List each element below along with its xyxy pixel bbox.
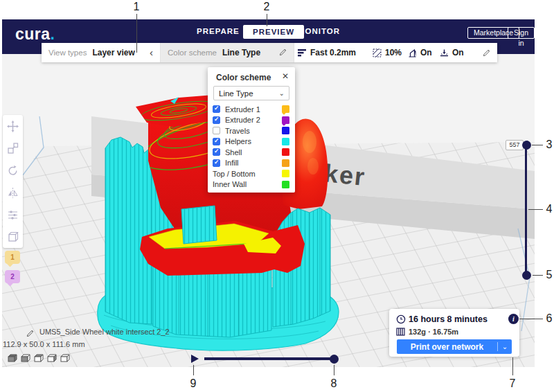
legend-row-inner-wall: Inner Wall (208, 179, 295, 190)
move-icon (7, 121, 19, 132)
profile-setting[interactable]: Fast 0.2mm (298, 43, 356, 62)
camera-view-buttons (7, 353, 71, 363)
dome-highlight (307, 158, 319, 175)
support-blocker-icon (7, 231, 19, 243)
legend-row-helpers: ✓ Helpers (208, 136, 295, 148)
color-swatch (282, 170, 289, 177)
view-types-selector[interactable]: View types Layer view ‹ (42, 43, 161, 62)
checkbox[interactable]: ✓ (213, 138, 220, 145)
left-tool-panel (3, 115, 23, 248)
color-scheme-popup: Color scheme ✕ Line Type ⌄ ✓ Extruder 1 … (208, 67, 295, 193)
layer-number-box[interactable]: 557 (506, 140, 524, 150)
mirror-icon (7, 187, 19, 199)
left-view-button[interactable] (46, 353, 57, 363)
support-value: On (420, 48, 432, 57)
layer-slider-bottom-handle[interactable] (522, 271, 531, 280)
model-name: UMS5_Side Wheel white intersect 2_2 (39, 328, 170, 336)
dome-highlight (303, 131, 316, 153)
mirror-tool-button[interactable] (3, 181, 23, 204)
tab-prepare[interactable]: PREPARE (197, 27, 240, 35)
layer-slider-top-handle[interactable] (522, 141, 531, 150)
callout-number-8: 8 (329, 377, 339, 390)
logo-text: cura (15, 25, 51, 43)
callout-number-1: 1 (132, 1, 141, 13)
right-view-button[interactable] (60, 353, 71, 363)
support-setting[interactable]: On (408, 43, 432, 62)
callout-line-2 (267, 14, 267, 26)
callout-line-7 (512, 357, 513, 375)
color-swatch (282, 105, 289, 113)
sign-in-button[interactable]: Sign in (508, 27, 535, 39)
view-types-value: Layer view (92, 48, 134, 57)
infill-setting[interactable]: 10% (373, 43, 402, 62)
simulation-play-button[interactable] (191, 355, 199, 363)
checkbox[interactable]: ✓ (213, 148, 220, 156)
extruder-1-badge[interactable]: 1 (5, 251, 20, 264)
row-label: Extruder 2 (225, 116, 260, 124)
dropdown-value: Line Type (219, 89, 253, 98)
view-types-label: View types (48, 48, 87, 57)
material-usage-estimate: 132g · 16.75m (409, 328, 458, 336)
legend-row-travels: ✓ Travels (208, 125, 295, 136)
scale-icon (7, 143, 19, 154)
collapse-chevron-icon[interactable]: ‹ (150, 44, 153, 62)
rotate-tool-button[interactable] (3, 159, 23, 181)
callout-line-9 (193, 365, 194, 375)
print-job-panel: 16 hours 8 minutes 132g · 16.75m i Print… (389, 309, 519, 357)
legend-row-top-bottom: Top / Bottom (208, 168, 295, 179)
legend-row-extruder-2: ✓ Extruder 2 (208, 115, 295, 126)
simulation-slider-handle[interactable] (330, 355, 339, 364)
cura-logo: cura. (15, 25, 55, 44)
print-over-network-button[interactable]: Print over network ⌄ (397, 339, 512, 354)
callout-line-3 (532, 145, 543, 145)
adhesion-setting[interactable]: On (440, 43, 464, 62)
legend-row-infill: ✓ Infill (208, 158, 295, 169)
close-icon[interactable]: ✕ (282, 71, 289, 81)
support-center-box (181, 206, 217, 244)
callout-number-9: 9 (188, 377, 198, 390)
logo-dot: . (51, 25, 55, 43)
checkbox[interactable]: ✓ (213, 159, 220, 167)
info-icon[interactable]: i (508, 314, 519, 324)
callout-line-4 (528, 209, 543, 210)
callout-number-3: 3 (544, 139, 554, 151)
color-swatch (282, 159, 289, 167)
support-icon (408, 48, 417, 57)
color-swatch (282, 138, 289, 145)
print-settings-summary[interactable]: Fast 0.2mm 10% On (294, 43, 497, 62)
layer-slider-track[interactable] (525, 145, 527, 276)
color-swatch (282, 148, 289, 156)
move-tool-button[interactable] (3, 115, 23, 137)
color-scheme-value: Line Type (222, 48, 260, 57)
tab-monitor[interactable]: MONITOR (298, 27, 340, 35)
tab-preview[interactable]: PREVIEW (243, 25, 304, 39)
checkbox[interactable]: ✓ (213, 127, 220, 134)
simulation-slider-track[interactable] (204, 357, 332, 360)
stage-toolbar: View types Layer view ‹ Color scheme Lin… (42, 43, 497, 62)
checkbox[interactable]: ✓ (213, 105, 220, 113)
color-scheme-label: Color scheme (168, 48, 217, 57)
color-scheme-dropdown[interactable]: Line Type ⌄ (213, 86, 289, 100)
edit-pencil-icon (483, 49, 490, 57)
print-button-label: Print over network (397, 342, 497, 352)
chevron-down-icon[interactable]: ⌄ (498, 343, 512, 350)
scale-tool-button[interactable] (3, 137, 23, 159)
edit-print-settings[interactable] (483, 43, 490, 62)
checkbox[interactable]: ✓ (213, 116, 220, 124)
rename-pencil-icon[interactable] (26, 328, 34, 340)
top-view-button[interactable] (33, 353, 44, 363)
color-swatch (282, 116, 289, 124)
extruder-2-badge[interactable]: 2 (5, 270, 20, 283)
callout-line-1 (136, 14, 137, 53)
front-view-button[interactable] (20, 353, 31, 363)
cura-application-window: ker (0, 0, 554, 392)
per-model-settings-button[interactable] (3, 204, 23, 226)
3d-view-button[interactable] (7, 353, 18, 363)
build-plate-brand-text: ker (323, 159, 367, 191)
callout-line-5 (533, 275, 543, 276)
edit-pencil-icon[interactable] (279, 46, 287, 59)
support-blocker-button[interactable] (3, 226, 23, 248)
support-tower-left (105, 137, 152, 324)
color-scheme-selector[interactable]: Color scheme Line Type (161, 43, 294, 62)
clock-icon (396, 314, 406, 324)
